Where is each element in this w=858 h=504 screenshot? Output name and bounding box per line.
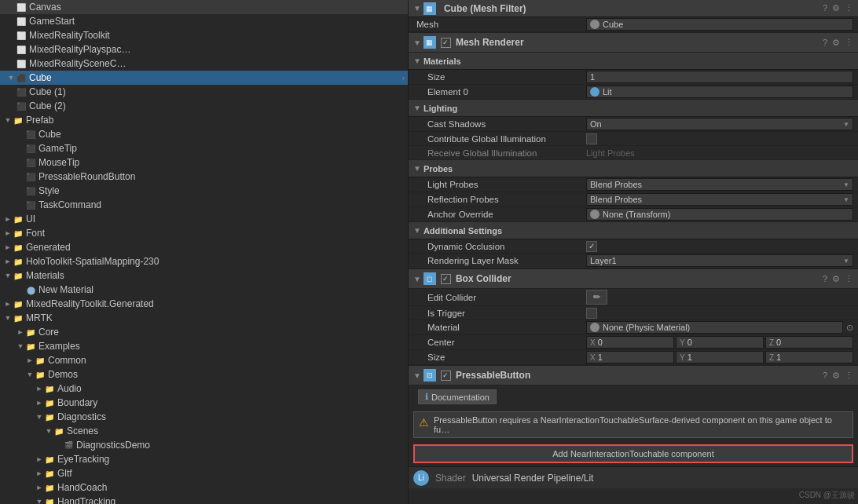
tree-item-canvas[interactable]: ⬜ Canvas (0, 0, 408, 14)
materials-section-header[interactable]: ▼ Materials (409, 53, 858, 70)
tree-item-cube2[interactable]: ⬛ Cube (2) (0, 99, 408, 113)
tree-item-gametip[interactable]: ⬛ GameTip (0, 141, 408, 155)
documentation-button[interactable]: ℹ Documentation (418, 389, 497, 404)
tree-item-boundary[interactable]: 📁 Boundary (0, 396, 408, 410)
boxcollider-help-icon[interactable]: ? (823, 274, 827, 284)
castshadows-value[interactable]: On (586, 118, 853, 130)
meshrenderer-controls[interactable]: ? ⚙ ⋮ (823, 38, 853, 48)
meshrenderer-settings-icon[interactable]: ⚙ (832, 38, 840, 48)
tree-item-handtracking[interactable]: 📁 HandTracking (0, 495, 408, 504)
lighting-section-header[interactable]: ▼ Lighting (409, 100, 858, 117)
boxcollider-menu-icon[interactable]: ⋮ (845, 274, 853, 284)
anchoroverride-value[interactable]: None (Transform) (586, 208, 853, 221)
center-z-field[interactable]: Z 0 (765, 336, 853, 349)
tree-item-mrtk[interactable]: 📁 MRTK (0, 311, 408, 325)
tree-item-audio[interactable]: 📁 Audio (0, 382, 408, 396)
lightprobes-dropdown[interactable]: Blend Probes (586, 178, 853, 191)
tree-item-common[interactable]: 📁 Common (0, 353, 408, 367)
lightprobes-value[interactable]: Blend Probes (586, 178, 853, 191)
size-y-field[interactable]: Y 1 (676, 351, 764, 363)
mesh-field[interactable]: Cube (586, 18, 853, 31)
tree-item-ui[interactable]: 📁 UI (0, 212, 408, 226)
tree-item-gamestart[interactable]: ⬜ GameStart (0, 14, 408, 28)
meshrenderer-header[interactable]: ▼ ▦ Mesh Renderer ? ⚙ ⋮ (409, 32, 858, 53)
center-y-field[interactable]: Y 0 (676, 336, 764, 349)
reflectionprobes-value[interactable]: Blend Probes (586, 193, 853, 206)
tree-item-diagdemo[interactable]: 🎬 DiagnosticsDemo (0, 438, 408, 452)
contributegi-checkbox[interactable] (586, 133, 597, 144)
probes-section-header[interactable]: ▼ Probes (409, 160, 858, 177)
add-nearinteraction-button[interactable]: Add NearInteractionTouchable component (413, 444, 853, 463)
pressablebutton-enabled-checkbox[interactable] (441, 371, 451, 381)
reflectionprobes-dropdown[interactable]: Blend Probes (586, 193, 853, 206)
renderinglayer-dropdown[interactable]: Layer1 (586, 254, 853, 267)
tree-item-mousetip[interactable]: ⬛ MouseTip (0, 155, 408, 170)
meshfilter-controls[interactable]: ? ⚙ ⋮ (823, 3, 853, 13)
tree-item-diagnostics[interactable]: 📁 Diagnostics (0, 410, 408, 424)
element0-field[interactable]: Lit (586, 86, 853, 98)
size-xyz[interactable]: X 1 Y 1 Z 1 (586, 351, 853, 363)
tree-item-generated[interactable]: 📁 Generated (0, 240, 408, 254)
element0-value[interactable]: Lit (586, 86, 853, 98)
dynamicocclusion-value[interactable] (586, 241, 853, 252)
size-x-field[interactable]: X 1 (586, 351, 674, 363)
tree-item-cube[interactable]: ⬛ Cube › (0, 71, 408, 85)
hierarchy-panel[interactable]: ⬜ Canvas ⬜ GameStart ⬜ MixedRealityToolk… (0, 0, 409, 504)
tree-item-demos[interactable]: 📁 Demos (0, 367, 408, 382)
boxcollider-header[interactable]: ▼ ◻ Box Collider ? ⚙ ⋮ (409, 268, 858, 289)
meshfilter-settings-icon[interactable]: ⚙ (832, 3, 840, 13)
tree-item-taskcommand[interactable]: ⬛ TaskCommand (0, 198, 408, 212)
tree-item-cube1[interactable]: ⬛ Cube (1) (0, 85, 408, 99)
anchoroverride-field[interactable]: None (Transform) (586, 208, 853, 221)
size-z-field[interactable]: Z 1 (765, 351, 853, 363)
tree-item-core[interactable]: 📁 Core (0, 325, 408, 339)
tree-item-eyetracking[interactable]: 📁 EyeTracking (0, 452, 408, 466)
meshrenderer-menu-icon[interactable]: ⋮ (845, 38, 853, 48)
meshfilter-help-icon[interactable]: ? (823, 3, 827, 13)
tree-item-mrplayspace[interactable]: ⬜ MixedRealityPlayspac… (0, 42, 408, 57)
dynamicocclusion-checkbox[interactable] (586, 241, 597, 252)
boxcollider-expand-icon[interactable]: ▼ (413, 275, 421, 283)
tree-item-mrscenec[interactable]: ⬜ MixedRealitySceneC… (0, 57, 408, 71)
tree-item-holotoolkit[interactable]: 📁 HoloToolkit-SpatialMapping-230 (0, 254, 408, 268)
tree-item-gltf[interactable]: 📁 Gltf (0, 466, 408, 480)
boxcollider-enabled-checkbox[interactable] (441, 274, 451, 284)
tree-item-prefab[interactable]: 📁 Prefab (0, 113, 408, 127)
tree-item-font[interactable]: 📁 Font (0, 226, 408, 240)
tree-item-prefab-cube[interactable]: ⬛ Cube (0, 127, 408, 141)
tree-item-style[interactable]: ⬛ Style (0, 184, 408, 198)
tree-item-examples[interactable]: 📁 Examples (0, 339, 408, 353)
tree-item-scenes-diag[interactable]: 📁 Scenes (0, 424, 408, 438)
boxcollider-settings-icon[interactable]: ⚙ (832, 274, 840, 284)
size-value[interactable]: 1 (586, 71, 853, 83)
meshfilter-menu-icon[interactable]: ⋮ (845, 3, 853, 13)
meshrenderer-enabled-checkbox[interactable] (441, 38, 451, 48)
pressablebutton-header[interactable]: ▼ ⊡ PressableButton ? ⚙ ⋮ (409, 365, 858, 385)
istrigger-value[interactable] (586, 308, 853, 319)
center-x-field[interactable]: X 0 (586, 336, 674, 349)
material-collider-picker-icon[interactable]: ⊙ (846, 323, 853, 333)
tree-item-pressable[interactable]: ⬛ PressableRoundButton (0, 170, 408, 184)
tree-item-newmaterial[interactable]: ⬤ New Material (0, 283, 408, 297)
additionalsettings-section-header[interactable]: ▼ Additional Settings (409, 222, 858, 239)
tree-item-handcoach[interactable]: 📁 HandCoach (0, 480, 408, 495)
material-collider-field[interactable]: None (Physic Material) (586, 321, 843, 334)
boxcollider-controls[interactable]: ? ⚙ ⋮ (823, 274, 853, 284)
mesh-value[interactable]: Cube (586, 18, 853, 31)
castshadows-dropdown[interactable]: On (586, 118, 853, 130)
pressablebutton-controls[interactable]: ? ⚙ ⋮ (823, 371, 853, 381)
tree-item-materials[interactable]: 📁 Materials (0, 268, 408, 283)
pressablebutton-settings-icon[interactable]: ⚙ (832, 371, 840, 381)
meshrenderer-expand-icon[interactable]: ▼ (413, 38, 421, 47)
pressablebutton-menu-icon[interactable]: ⋮ (845, 371, 853, 381)
istrigger-checkbox[interactable] (586, 308, 597, 319)
editcollider-button[interactable]: ✏ (586, 290, 607, 305)
tree-item-mixedreality[interactable]: ⬜ MixedRealityToolkit (0, 28, 408, 42)
renderinglayer-value[interactable]: Layer1 (586, 254, 853, 267)
pressablebutton-expand-icon[interactable]: ▼ (413, 371, 421, 380)
tree-item-mrtgen[interactable]: 📁 MixedRealityToolkit.Generated (0, 297, 408, 311)
pressablebutton-help-icon[interactable]: ? (823, 371, 827, 381)
meshrenderer-help-icon[interactable]: ? (823, 38, 827, 48)
center-xyz[interactable]: X 0 Y 0 Z 0 (586, 336, 853, 349)
contributegi-value[interactable] (586, 133, 853, 144)
